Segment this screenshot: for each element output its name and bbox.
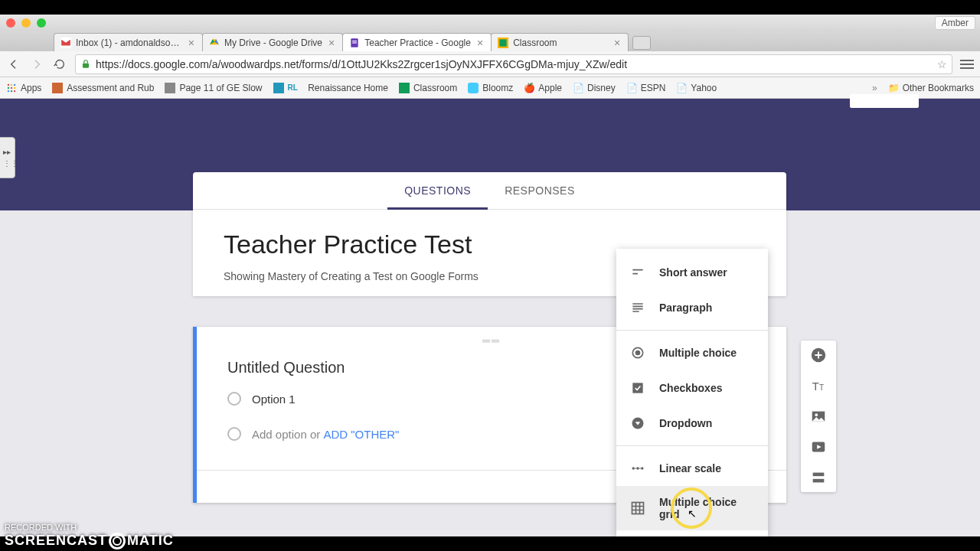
svg-point-18: [14, 90, 15, 91]
bookmark-item[interactable]: RL Renaissance Home: [273, 83, 388, 93]
grid-icon: ⋮⋮⋮: [0, 159, 18, 168]
send-button[interactable]: [850, 94, 919, 108]
chrome-menu-button[interactable]: [960, 60, 974, 69]
qtype-paragraph[interactable]: Paragraph: [616, 290, 768, 325]
tab-close-icon[interactable]: ×: [327, 37, 336, 49]
forms-icon: [349, 37, 360, 48]
svg-point-13: [8, 86, 9, 88]
tab-close-icon[interactable]: ×: [187, 37, 196, 49]
bookmark-item[interactable]: 🍎Apple: [524, 83, 562, 93]
watermark-line1: RECORDED WITH: [5, 523, 174, 533]
page-icon: 📄: [676, 83, 687, 93]
apple-icon: 🍎: [524, 83, 534, 93]
svg-point-22: [635, 350, 641, 356]
qtype-multiple-choice[interactable]: Multiple choice: [616, 335, 768, 370]
window-minimize-button[interactable]: [21, 18, 31, 28]
bookmark-star-icon[interactable]: ☆: [937, 58, 947, 70]
bookmark-item[interactable]: Bloomz: [468, 83, 513, 93]
svg-rect-9: [83, 63, 89, 67]
checkbox-icon: [630, 380, 645, 396]
tab-label: Teacher Practice - Google: [364, 37, 471, 48]
browser-tab-strip: Inbox (1) - amdonaldson@v × My Drive - G…: [0, 31, 980, 51]
reload-button[interactable]: [52, 57, 67, 72]
bookmark-item[interactable]: 📄ESPN: [626, 83, 666, 93]
svg-point-17: [11, 90, 12, 91]
tab-close-icon[interactable]: ×: [475, 37, 485, 49]
bookmarks-bar: Apps Assessment and Rub Page 11 of GE Sl…: [0, 77, 980, 99]
radio-icon: [630, 345, 645, 360]
radio-icon: [227, 427, 241, 441]
svg-rect-23: [632, 383, 642, 393]
favicon: [165, 83, 175, 93]
add-video-button[interactable]: [810, 439, 827, 455]
svg-text:T: T: [819, 383, 824, 392]
apps-icon: [6, 83, 17, 93]
browser-tab[interactable]: Teacher Practice - Google ×: [342, 33, 492, 51]
add-option-label[interactable]: Add option: [252, 428, 307, 441]
svg-rect-36: [813, 479, 825, 483]
qtype-dropdown[interactable]: Dropdown: [616, 406, 768, 441]
svg-text:T: T: [812, 380, 819, 393]
apps-button[interactable]: Apps: [6, 83, 41, 93]
bookmark-item[interactable]: 📄Disney: [573, 83, 616, 93]
classroom-icon: [399, 83, 410, 93]
lock-icon: [80, 59, 91, 70]
grid-icon: [630, 500, 645, 516]
svg-point-15: [14, 86, 15, 88]
svg-point-11: [11, 83, 12, 85]
paragraph-icon: [630, 300, 645, 315]
tab-label: My Drive - Google Drive: [224, 37, 322, 48]
option-label[interactable]: Option 1: [252, 393, 296, 406]
qtype-multiple-choice-grid[interactable]: Multiple choice grid: [616, 486, 768, 530]
svg-point-14: [11, 86, 12, 88]
radio-icon: [227, 392, 241, 406]
svg-rect-8: [499, 39, 506, 46]
qtype-short-answer[interactable]: Short answer: [616, 255, 768, 290]
svg-point-12: [14, 83, 15, 85]
svg-point-10: [8, 83, 9, 85]
back-button[interactable]: [6, 57, 21, 72]
folder-icon: 📁: [888, 83, 899, 93]
qtype-linear-scale[interactable]: Linear scale: [616, 451, 768, 486]
dropdown-icon: [630, 416, 645, 431]
tab-close-icon[interactable]: ×: [612, 37, 622, 49]
favicon: [468, 83, 479, 93]
window-close-button[interactable]: [6, 18, 15, 28]
browser-tab[interactable]: Classroom ×: [491, 33, 629, 51]
url-input[interactable]: https://docs.google.com/a/woodwardps.net…: [75, 54, 952, 74]
linear-scale-icon: [630, 461, 645, 476]
tab-questions[interactable]: QUESTIONS: [387, 172, 488, 209]
add-image-button[interactable]: [810, 408, 827, 425]
tab-responses[interactable]: RESPONSES: [488, 172, 592, 209]
bookmark-item[interactable]: 📄Yahoo: [676, 83, 717, 93]
add-other-link[interactable]: ADD "OTHER": [323, 428, 399, 441]
favicon: [273, 83, 284, 93]
add-title-button[interactable]: TT: [810, 377, 827, 394]
svg-rect-6: [352, 42, 357, 43]
side-panel-toggle[interactable]: ▸▸ ⋮⋮⋮: [0, 137, 15, 178]
svg-point-16: [8, 90, 9, 91]
add-section-button[interactable]: [810, 469, 827, 486]
new-tab-button[interactable]: [632, 36, 651, 50]
add-question-button[interactable]: [810, 347, 827, 364]
svg-rect-35: [813, 473, 825, 477]
page-icon: 📄: [626, 83, 637, 93]
qtype-checkboxes[interactable]: Checkboxes: [616, 370, 768, 406]
drive-icon: [209, 37, 220, 48]
window-maximize-button[interactable]: [37, 18, 46, 28]
url-text: https://docs.google.com/a/woodwardps.net…: [96, 58, 933, 70]
browser-tab[interactable]: Inbox (1) - amdonaldson@v ×: [54, 33, 203, 51]
browser-tab[interactable]: My Drive - Google Drive ×: [202, 33, 343, 51]
bookmark-item[interactable]: Page 11 of GE Slow: [165, 83, 262, 93]
chrome-user-badge[interactable]: Amber: [935, 16, 975, 30]
bookmarks-overflow[interactable]: »: [872, 83, 877, 93]
bookmark-item[interactable]: Classroom: [399, 83, 457, 93]
other-bookmarks-button[interactable]: 📁Other Bookmarks: [888, 83, 974, 93]
forward-button[interactable]: [29, 57, 44, 72]
gmail-icon: [60, 37, 71, 48]
tab-label: Classroom: [513, 37, 608, 48]
page-icon: 📄: [573, 83, 583, 93]
favicon: [52, 83, 63, 93]
watermark-ring-icon: [109, 533, 126, 549]
bookmark-item[interactable]: Assessment and Rub: [52, 83, 154, 93]
